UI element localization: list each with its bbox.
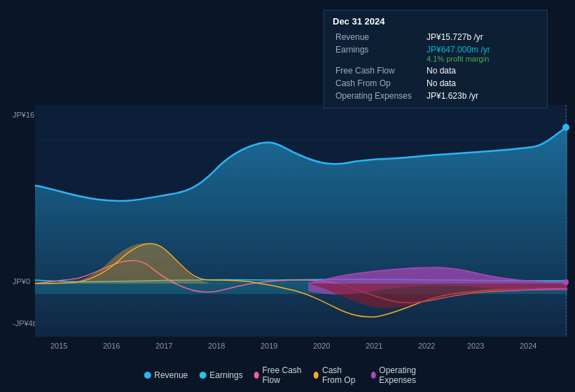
legend-label-fcf: Free Cash Flow [262, 365, 303, 385]
info-date: Dec 31 2024 [333, 16, 539, 27]
x-label-2018: 2018 [208, 342, 225, 350]
legend-item-earnings[interactable]: Earnings [199, 370, 242, 380]
legend-item-revenue[interactable]: Revenue [144, 370, 188, 380]
info-value-opex: JP¥1.623b /yr [424, 90, 539, 102]
x-label-2021: 2021 [366, 342, 382, 350]
cursor-dot-revenue [562, 124, 569, 131]
legend-label-earnings: Earnings [209, 370, 242, 380]
info-label-fcf: Free Cash Flow [333, 64, 424, 77]
info-value-fcf: No data [424, 64, 539, 77]
x-label-2017: 2017 [155, 342, 172, 350]
info-value-earnings: JP¥647.000m /yr 4.1% profit margin [424, 43, 539, 64]
x-label-2020: 2020 [313, 342, 330, 350]
profit-margin-text: 4.1% profit margin [427, 55, 536, 63]
legend-item-opex[interactable]: Operating Expenses [370, 365, 431, 385]
legend-dot-revenue [144, 372, 151, 379]
legend-label-opex: Operating Expenses [379, 365, 431, 385]
legend-item-fcf[interactable]: Free Cash Flow [254, 365, 303, 385]
info-label-opex: Operating Expenses [333, 90, 424, 102]
info-row-opex: Operating Expenses JP¥1.623b /yr [333, 90, 539, 102]
x-label-2015: 2015 [50, 342, 67, 350]
legend-dot-earnings [199, 372, 206, 379]
x-label-2024: 2024 [520, 342, 536, 350]
x-label-2016: 2016 [103, 342, 120, 350]
info-label-earnings: Earnings [333, 43, 424, 64]
legend-dot-cashfromop [314, 372, 319, 379]
info-table: Revenue JP¥15.727b /yr Earnings JP¥647.0… [333, 31, 539, 102]
info-label-revenue: Revenue [333, 31, 424, 43]
legend-dot-fcf [254, 372, 259, 379]
info-box: Dec 31 2024 Revenue JP¥15.727b /yr Earni… [324, 10, 548, 108]
legend-label-cashfromop: Cash From Op [322, 365, 360, 385]
info-row-fcf: Free Cash Flow No data [333, 64, 539, 77]
info-row-earnings: Earnings JP¥647.000m /yr 4.1% profit mar… [333, 43, 539, 64]
x-label-2022: 2022 [418, 342, 435, 350]
info-value-cashfromop: No data [424, 77, 539, 90]
legend-item-cashfromop[interactable]: Cash From Op [314, 365, 359, 385]
legend-label-revenue: Revenue [154, 370, 188, 380]
x-label-2019: 2019 [261, 342, 277, 350]
info-value-revenue: JP¥15.727b /yr [424, 31, 539, 43]
chart-legend: Revenue Earnings Free Cash Flow Cash Fro… [144, 365, 431, 385]
legend-dot-opex [370, 372, 375, 379]
chart-container: Dec 31 2024 Revenue JP¥15.727b /yr Earni… [0, 0, 575, 392]
info-row-revenue: Revenue JP¥15.727b /yr [333, 31, 539, 43]
info-label-cashfromop: Cash From Op [333, 77, 424, 90]
cursor-dot-opex [563, 279, 569, 285]
x-label-2023: 2023 [467, 342, 484, 350]
info-row-cashfromop: Cash From Op No data [333, 77, 539, 90]
